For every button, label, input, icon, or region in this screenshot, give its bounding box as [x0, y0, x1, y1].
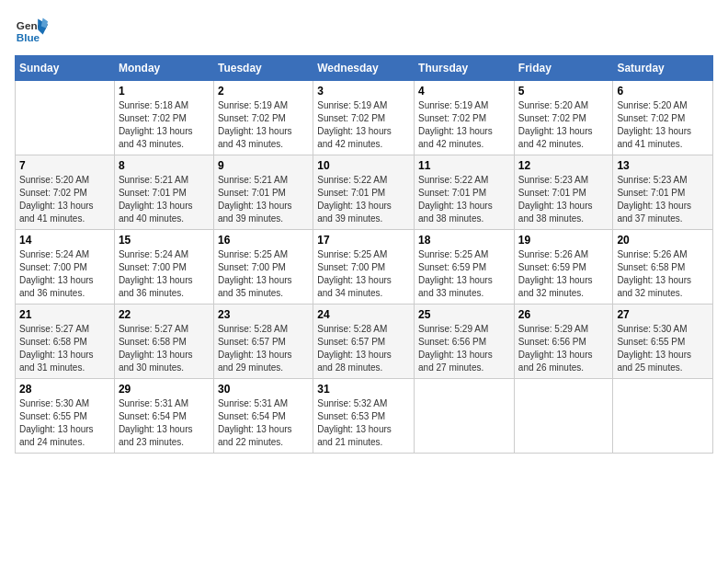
calendar-table: SundayMondayTuesdayWednesdayThursdayFrid… [15, 55, 713, 454]
day-number: 19 [518, 234, 609, 247]
calendar-cell: 27Sunrise: 5:30 AM Sunset: 6:55 PM Dayli… [613, 304, 713, 379]
day-number: 7 [19, 159, 110, 172]
day-number: 29 [119, 383, 210, 396]
week-row-3: 14Sunrise: 5:24 AM Sunset: 7:00 PM Dayli… [16, 230, 713, 304]
calendar-cell: 16Sunrise: 5:25 AM Sunset: 7:00 PM Dayli… [213, 230, 313, 304]
calendar-cell: 2Sunrise: 5:19 AM Sunset: 7:02 PM Daylig… [213, 81, 313, 155]
calendar-cell: 24Sunrise: 5:28 AM Sunset: 6:57 PM Dayli… [313, 304, 415, 379]
day-info: Sunrise: 5:24 AM Sunset: 7:00 PM Dayligh… [19, 248, 110, 300]
day-info: Sunrise: 5:20 AM Sunset: 7:02 PM Dayligh… [19, 174, 110, 225]
col-header-monday: Monday [114, 56, 213, 81]
day-info: Sunrise: 5:25 AM Sunset: 7:00 PM Dayligh… [218, 248, 309, 300]
calendar-cell: 18Sunrise: 5:25 AM Sunset: 6:59 PM Dayli… [415, 230, 515, 304]
calendar-cell: 6Sunrise: 5:20 AM Sunset: 7:02 PM Daylig… [613, 81, 713, 155]
day-info: Sunrise: 5:31 AM Sunset: 6:54 PM Dayligh… [218, 397, 309, 449]
calendar-cell: 20Sunrise: 5:26 AM Sunset: 6:58 PM Dayli… [613, 230, 713, 304]
day-info: Sunrise: 5:26 AM Sunset: 6:59 PM Dayligh… [518, 248, 609, 300]
day-number: 22 [119, 308, 210, 321]
day-number: 25 [418, 308, 510, 321]
day-info: Sunrise: 5:24 AM Sunset: 7:00 PM Dayligh… [119, 248, 210, 300]
col-header-thursday: Thursday [415, 56, 515, 81]
day-info: Sunrise: 5:28 AM Sunset: 6:57 PM Dayligh… [218, 323, 309, 374]
logo-icon: General Blue [15, 15, 48, 48]
col-header-wednesday: Wednesday [313, 56, 415, 81]
calendar-cell: 12Sunrise: 5:23 AM Sunset: 7:01 PM Dayli… [514, 155, 613, 230]
day-info: Sunrise: 5:19 AM Sunset: 7:02 PM Dayligh… [418, 99, 510, 151]
day-number: 30 [218, 383, 309, 396]
calendar-cell: 22Sunrise: 5:27 AM Sunset: 6:58 PM Dayli… [114, 304, 213, 379]
day-number: 6 [617, 85, 709, 98]
calendar-cell: 15Sunrise: 5:24 AM Sunset: 7:00 PM Dayli… [114, 230, 213, 304]
day-number: 4 [418, 85, 510, 98]
day-number: 11 [418, 159, 510, 172]
day-info: Sunrise: 5:22 AM Sunset: 7:01 PM Dayligh… [418, 174, 510, 225]
day-info: Sunrise: 5:27 AM Sunset: 6:58 PM Dayligh… [19, 323, 110, 374]
calendar-cell: 4Sunrise: 5:19 AM Sunset: 7:02 PM Daylig… [415, 81, 515, 155]
calendar-cell: 29Sunrise: 5:31 AM Sunset: 6:54 PM Dayli… [114, 379, 213, 454]
day-info: Sunrise: 5:21 AM Sunset: 7:01 PM Dayligh… [119, 174, 210, 225]
week-row-2: 7Sunrise: 5:20 AM Sunset: 7:02 PM Daylig… [16, 155, 713, 230]
day-number: 9 [218, 159, 309, 172]
calendar-cell [514, 379, 613, 454]
day-number: 8 [119, 159, 210, 172]
day-info: Sunrise: 5:26 AM Sunset: 6:58 PM Dayligh… [617, 248, 709, 300]
day-info: Sunrise: 5:21 AM Sunset: 7:01 PM Dayligh… [218, 174, 309, 225]
calendar-cell: 14Sunrise: 5:24 AM Sunset: 7:00 PM Dayli… [16, 230, 115, 304]
day-number: 18 [418, 234, 510, 247]
day-number: 26 [518, 308, 609, 321]
calendar-cell: 7Sunrise: 5:20 AM Sunset: 7:02 PM Daylig… [16, 155, 115, 230]
day-info: Sunrise: 5:31 AM Sunset: 6:54 PM Dayligh… [119, 397, 210, 449]
day-number: 1 [119, 85, 210, 98]
day-number: 20 [617, 234, 709, 247]
calendar-cell [16, 81, 115, 155]
svg-text:Blue: Blue [17, 31, 40, 43]
week-row-4: 21Sunrise: 5:27 AM Sunset: 6:58 PM Dayli… [16, 304, 713, 379]
day-number: 12 [518, 159, 609, 172]
day-number: 21 [19, 308, 110, 321]
header-row: SundayMondayTuesdayWednesdayThursdayFrid… [16, 56, 713, 81]
day-number: 27 [617, 308, 709, 321]
day-number: 24 [317, 308, 410, 321]
day-number: 17 [317, 234, 410, 247]
day-number: 3 [317, 85, 410, 98]
day-info: Sunrise: 5:30 AM Sunset: 6:55 PM Dayligh… [617, 323, 709, 374]
calendar-cell: 10Sunrise: 5:22 AM Sunset: 7:01 PM Dayli… [313, 155, 415, 230]
day-info: Sunrise: 5:27 AM Sunset: 6:58 PM Dayligh… [119, 323, 210, 374]
calendar-cell: 3Sunrise: 5:19 AM Sunset: 7:02 PM Daylig… [313, 81, 415, 155]
day-number: 2 [218, 85, 309, 98]
calendar-cell: 8Sunrise: 5:21 AM Sunset: 7:01 PM Daylig… [114, 155, 213, 230]
day-number: 10 [317, 159, 410, 172]
day-info: Sunrise: 5:19 AM Sunset: 7:02 PM Dayligh… [218, 99, 309, 151]
calendar-cell: 31Sunrise: 5:32 AM Sunset: 6:53 PM Dayli… [313, 379, 415, 454]
calendar-cell: 25Sunrise: 5:29 AM Sunset: 6:56 PM Dayli… [415, 304, 515, 379]
day-number: 28 [19, 383, 110, 396]
calendar-cell: 19Sunrise: 5:26 AM Sunset: 6:59 PM Dayli… [514, 230, 613, 304]
day-info: Sunrise: 5:32 AM Sunset: 6:53 PM Dayligh… [317, 397, 410, 449]
calendar-cell: 21Sunrise: 5:27 AM Sunset: 6:58 PM Dayli… [16, 304, 115, 379]
day-number: 16 [218, 234, 309, 247]
day-number: 13 [617, 159, 709, 172]
day-info: Sunrise: 5:29 AM Sunset: 6:56 PM Dayligh… [418, 323, 510, 374]
day-info: Sunrise: 5:25 AM Sunset: 7:00 PM Dayligh… [317, 248, 410, 300]
day-info: Sunrise: 5:18 AM Sunset: 7:02 PM Dayligh… [119, 99, 210, 151]
page-header: General Blue [15, 15, 713, 48]
day-info: Sunrise: 5:29 AM Sunset: 6:56 PM Dayligh… [518, 323, 609, 374]
col-header-sunday: Sunday [16, 56, 115, 81]
calendar-cell: 9Sunrise: 5:21 AM Sunset: 7:01 PM Daylig… [213, 155, 313, 230]
day-number: 23 [218, 308, 309, 321]
week-row-1: 1Sunrise: 5:18 AM Sunset: 7:02 PM Daylig… [16, 81, 713, 155]
day-info: Sunrise: 5:28 AM Sunset: 6:57 PM Dayligh… [317, 323, 410, 374]
calendar-cell: 17Sunrise: 5:25 AM Sunset: 7:00 PM Dayli… [313, 230, 415, 304]
calendar-cell: 26Sunrise: 5:29 AM Sunset: 6:56 PM Dayli… [514, 304, 613, 379]
calendar-body: 1Sunrise: 5:18 AM Sunset: 7:02 PM Daylig… [16, 81, 713, 454]
logo: General Blue [15, 15, 48, 48]
calendar-cell: 28Sunrise: 5:30 AM Sunset: 6:55 PM Dayli… [16, 379, 115, 454]
calendar-cell [613, 379, 713, 454]
day-info: Sunrise: 5:22 AM Sunset: 7:01 PM Dayligh… [317, 174, 410, 225]
day-info: Sunrise: 5:23 AM Sunset: 7:01 PM Dayligh… [617, 174, 709, 225]
col-header-friday: Friday [514, 56, 613, 81]
calendar-header: SundayMondayTuesdayWednesdayThursdayFrid… [16, 56, 713, 81]
day-info: Sunrise: 5:19 AM Sunset: 7:02 PM Dayligh… [317, 99, 410, 151]
calendar-cell: 30Sunrise: 5:31 AM Sunset: 6:54 PM Dayli… [213, 379, 313, 454]
day-number: 15 [119, 234, 210, 247]
